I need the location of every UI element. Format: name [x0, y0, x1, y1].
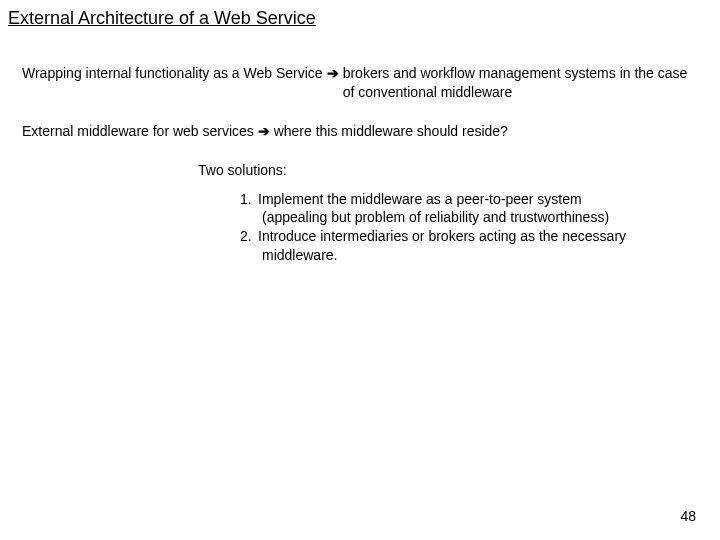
point-1: Wrapping internal functionality as a Web… [22, 64, 702, 102]
list-item: 1. Implement the middleware as a peer-to… [240, 190, 670, 209]
point-2-lhs: External middleware for web services [22, 123, 258, 139]
slide: External Architecture of a Web Service W… [0, 0, 720, 540]
list-number: 1. [240, 190, 258, 209]
point-1-lhs: Wrapping internal functionality as a Web… [22, 64, 323, 83]
slide-title: External Architecture of a Web Service [8, 8, 316, 29]
solutions-list: 1. Implement the middleware as a peer-to… [240, 190, 670, 266]
point-2-rhs: where this middleware should reside? [274, 123, 508, 139]
list-number: 2. [240, 227, 258, 246]
two-solutions-label: Two solutions: [198, 161, 702, 180]
page-number: 48 [680, 508, 696, 524]
list-text: Implement the middleware as a peer-to-pe… [258, 190, 670, 209]
arrow-right-icon: ➔ [258, 123, 270, 139]
slide-body: Wrapping internal functionality as a Web… [22, 64, 702, 265]
list-subtext: (appealing but problem of reliability an… [262, 208, 670, 227]
list-text: Introduce intermediaries or brokers acti… [258, 227, 670, 246]
list-item: 2. Introduce intermediaries or brokers a… [240, 227, 670, 246]
point-2: External middleware for web services ➔ w… [22, 122, 702, 141]
list-subtext: middleware. [262, 246, 670, 265]
arrow-right-icon: ➔ [327, 64, 339, 83]
point-1-rhs: brokers and workflow management systems … [343, 64, 702, 102]
